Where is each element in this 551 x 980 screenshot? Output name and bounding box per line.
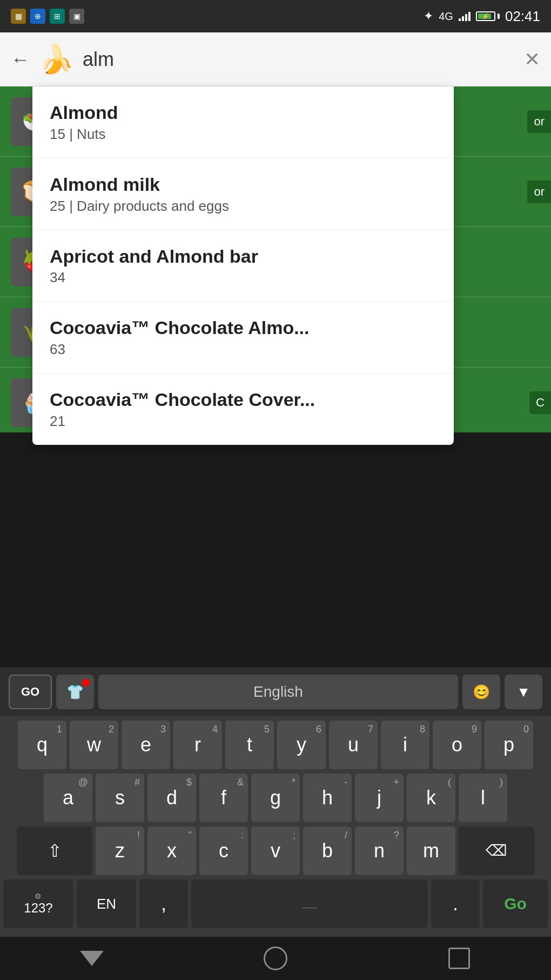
key-v[interactable]: ;v — [251, 826, 300, 875]
search-input[interactable] — [83, 48, 515, 71]
search-input-container — [83, 48, 515, 71]
autocomplete-title-1: Almond milk — [50, 174, 436, 196]
nav-back-button[interactable] — [76, 942, 108, 975]
nav-home-button[interactable] — [259, 942, 292, 975]
key-g[interactable]: *g — [251, 774, 300, 822]
key-q[interactable]: 1q — [18, 721, 66, 769]
status-bar-left: ▦ ⊕ ⊞ ▣ — [11, 9, 84, 24]
tshirt-icon: 👕 — [66, 684, 84, 701]
emoji-icon: 😊 — [473, 684, 490, 701]
autocomplete-subtitle-3: 63 — [50, 341, 436, 358]
autocomplete-title-3: Cocoavia™ Chocolate Almo... — [50, 317, 436, 339]
autocomplete-item-1[interactable]: Almond milk 25 | Dairy products and eggs — [32, 158, 454, 230]
key-shift[interactable]: ⇧ — [17, 826, 92, 875]
key-r[interactable]: 4r — [173, 721, 222, 769]
autocomplete-title-2: Apricot and Almond bar — [50, 245, 436, 268]
key-t[interactable]: 5t — [225, 721, 274, 769]
key-period[interactable]: . — [431, 879, 480, 928]
key-w[interactable]: 2w — [70, 721, 118, 769]
autocomplete-subtitle-4: 21 — [50, 413, 436, 430]
search-bar: ← 🍌 ✕ — [0, 32, 551, 86]
autocomplete-item-4[interactable]: Cocoavia™ Chocolate Cover... 21 — [32, 374, 454, 445]
key-123-label: ⚙ — [35, 892, 42, 901]
key-row-4: ⚙ 123? EN , ___ . Go — [3, 879, 548, 928]
key-n[interactable]: ?n — [355, 826, 404, 875]
key-row-2: @a #s $d &f *g -h +j (k )l — [3, 774, 548, 822]
kb-go-button[interactable]: GO — [9, 675, 52, 709]
food-side-label-2: or — [527, 181, 551, 203]
status-icon-app3: ⊞ — [50, 9, 65, 24]
key-lang[interactable]: EN — [77, 879, 136, 928]
key-b[interactable]: /b — [303, 826, 352, 875]
key-c[interactable]: :c — [199, 826, 248, 875]
key-backspace[interactable]: ⌫ — [459, 826, 534, 875]
key-a[interactable]: @a — [44, 774, 92, 822]
kb-red-dot — [82, 679, 90, 686]
key-o[interactable]: 9o — [433, 721, 481, 769]
autocomplete-title-0: Almond — [50, 102, 436, 124]
status-icon-app2: ⊕ — [30, 9, 45, 24]
key-s[interactable]: #s — [96, 774, 144, 822]
keyboard-toolbar: GO 👕 English 😊 ▼ — [0, 668, 551, 716]
key-i[interactable]: 8i — [381, 721, 429, 769]
key-d[interactable]: $d — [147, 774, 196, 822]
status-icon-app4: ▣ — [69, 9, 84, 24]
food-side-label-5: C — [529, 391, 551, 414]
autocomplete-dropdown: Almond 15 | Nuts Almond milk 25 | Dairy … — [32, 86, 454, 445]
key-m[interactable]: m — [407, 826, 455, 875]
key-y[interactable]: 6y — [277, 721, 326, 769]
clear-button[interactable]: ✕ — [524, 48, 540, 71]
key-x[interactable]: "x — [147, 826, 196, 875]
key-u[interactable]: 7u — [329, 721, 378, 769]
key-go[interactable]: Go — [483, 879, 548, 928]
kb-tshirt-button[interactable]: 👕 — [56, 675, 94, 709]
autocomplete-subtitle-2: 34 — [50, 269, 436, 286]
key-space[interactable]: ___ — [191, 879, 428, 928]
food-side-label-1: or — [527, 110, 551, 133]
key-row-3: ⇧ !z "x :c ;v /b ?n m ⌫ — [3, 826, 548, 875]
autocomplete-subtitle-0: 15 | Nuts — [50, 126, 436, 143]
kb-emoji-button[interactable]: 😊 — [462, 675, 500, 709]
nav-bar — [0, 937, 551, 980]
signal-bars — [459, 11, 471, 21]
autocomplete-item-2[interactable]: Apricot and Almond bar 34 — [32, 230, 454, 302]
key-rows: 1q 2w 3e 4r 5t 6y 7u 8i 9o 0p @a #s $d &… — [0, 716, 551, 937]
bluetooth-icon: ✦ — [424, 9, 433, 23]
key-e[interactable]: 3e — [122, 721, 170, 769]
key-f[interactable]: &f — [199, 774, 248, 822]
key-l[interactable]: )l — [459, 774, 507, 822]
autocomplete-item-0[interactable]: Almond 15 | Nuts — [32, 86, 454, 158]
network-icon: 4G — [439, 10, 453, 23]
key-p[interactable]: 0p — [485, 721, 533, 769]
status-right: ✦ 4G ⚡ 02:41 — [424, 8, 540, 25]
back-button[interactable]: ← — [11, 48, 30, 71]
nav-recents-button[interactable] — [443, 942, 475, 975]
key-z[interactable]: !z — [96, 826, 144, 875]
kb-language-button[interactable]: English — [98, 675, 458, 709]
key-h[interactable]: -h — [303, 774, 352, 822]
banana-icon: 🍌 — [39, 43, 74, 76]
autocomplete-subtitle-1: 25 | Dairy products and eggs — [50, 198, 436, 215]
key-comma[interactable]: , — [139, 879, 188, 928]
key-row-1: 1q 2w 3e 4r 5t 6y 7u 8i 9o 0p — [3, 721, 548, 769]
key-k[interactable]: (k — [407, 774, 455, 822]
key-123[interactable]: ⚙ 123? — [3, 879, 73, 928]
autocomplete-item-3[interactable]: Cocoavia™ Chocolate Almo... 63 — [32, 302, 454, 374]
nav-home-circle-icon — [264, 946, 287, 970]
battery-icon: ⚡ — [476, 11, 500, 21]
nav-recents-square-icon — [448, 948, 470, 969]
autocomplete-title-4: Cocoavia™ Chocolate Cover... — [50, 389, 436, 411]
status-time: 02:41 — [505, 8, 540, 25]
nav-back-triangle-icon — [80, 951, 104, 966]
status-bar: ▦ ⊕ ⊞ ▣ ✦ 4G ⚡ 02:41 — [0, 0, 551, 32]
kb-dropdown-button[interactable]: ▼ — [505, 675, 542, 709]
key-j[interactable]: +j — [355, 774, 404, 822]
status-icon-app1: ▦ — [11, 9, 26, 24]
keyboard: GO 👕 English 😊 ▼ 1q 2w 3e 4r 5t 6y 7u 8i… — [0, 668, 551, 937]
